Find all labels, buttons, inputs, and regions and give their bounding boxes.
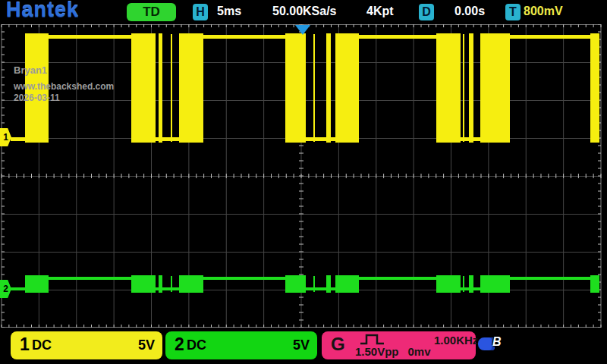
annotation-user: Bryan1 [14,64,47,76]
sample-rate-readout: 50.00KSa/s [272,5,337,18]
waveform-display: 1 2 Bryan1 www.thebackshed.com 2026-03-1… [0,24,607,328]
channel1-scale: 5V [138,337,155,353]
channel1-info-box[interactable]: 1 DC 5V [11,331,162,359]
memory-depth-readout: 4Kpt [366,5,394,18]
bottom-status-bar: 1 DC 5V 2 DC 5V G 1.00KHz 1.50Vpp0mv B [0,328,607,364]
generator-offset: 0mv [408,345,431,358]
channel2-scale: 5V [293,337,310,353]
usb-storage-label: B [492,335,502,349]
horizontal-delay-readout: 0.00s [454,5,485,18]
channel2-number: 2 [175,334,184,355]
channel2-info-box[interactable]: 2 DC 5V [165,331,317,359]
ch2-trace [11,275,599,293]
timebase-readout: 5ms [217,5,241,18]
trigger-status-badge[interactable]: TD [127,3,176,21]
trigger-icon[interactable]: T [505,4,521,20]
delay-icon[interactable]: D [419,4,434,20]
channel1-coupling: DC [32,337,52,353]
annotation-website: www.thebackshed.com [14,81,114,92]
generator-amplitude: 1.50Vpp [355,345,399,358]
hantek-logo: Hantek [6,0,79,22]
square-wave-icon [358,333,387,346]
top-status-bar: Hantek TD H 5ms 50.00KSa/s 4Kpt D 0.00s … [0,0,607,24]
channel1-number: 1 [20,334,30,355]
trigger-level-readout: 800mV [524,5,563,18]
waveform-traces [0,24,607,328]
generator-info-box[interactable]: G 1.00KHz 1.50Vpp0mv [322,331,476,359]
generator-label: G [331,334,345,355]
generator-frequency: 1.00KHz [434,334,478,347]
annotation-date: 2026-03-11 [14,93,60,103]
horizontal-icon[interactable]: H [193,4,208,20]
channel2-coupling: DC [187,337,206,353]
